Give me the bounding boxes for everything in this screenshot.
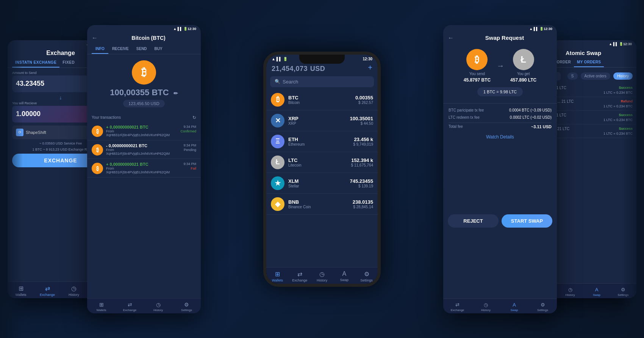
btc-tab-buy[interactable]: BUY	[151, 44, 166, 54]
btc-nav-exchange-icon: ⇄	[128, 302, 132, 308]
tx-label: Your transactions	[92, 115, 121, 119]
btc-balance: 0.00355	[355, 95, 373, 101]
swap-nav-history[interactable]: ◷ History	[472, 302, 500, 312]
swap-nav-swap[interactable]: A Swap	[500, 302, 528, 312]
btc-status-icons: ▲ ▌▌ 🔋	[173, 27, 188, 31]
edit-icon[interactable]: ✏	[174, 90, 178, 96]
btc-currency: BTC	[152, 88, 169, 97]
btc-nav-history[interactable]: ◷ History	[144, 302, 172, 312]
btc-info: BTC Bitcoin	[288, 95, 355, 105]
refresh-icon[interactable]: ↻	[192, 115, 196, 120]
atomic-nav-history-icon: ◷	[568, 287, 572, 292]
watch-details-link[interactable]: Watch Details	[443, 130, 557, 143]
nav-exchange[interactable]: ⇄ Exchange	[34, 285, 61, 297]
eth-amounts: 23.456 k $ 9,749,019	[353, 137, 373, 146]
phone-nav-exchange[interactable]: ⇄ Exchange	[289, 270, 311, 282]
ltc-icon: Ł	[271, 156, 284, 169]
btc-symbol: ₿	[141, 66, 147, 79]
order-rate-2: 1 LTC = 0.234 BTC	[603, 118, 633, 122]
fee-val-0: 0.0004 BTC (~3.09 USD)	[509, 108, 552, 112]
swap-nav-swap-label: Swap	[510, 308, 518, 312]
tx-time-0: 9:34 PM	[180, 125, 196, 129]
coin-item-ltc[interactable]: Ł LTC Litecoin 152.394 k $ 11,675,764	[266, 152, 378, 173]
swap-get-amount: 457.890 LTC	[510, 77, 536, 83]
search-bar[interactable]: 🔍 Search	[270, 76, 374, 87]
btc-symbol: BTC	[288, 95, 355, 101]
order-status-1: Refund	[621, 99, 633, 103]
atomic-nav-swap[interactable]: A Swap	[583, 287, 610, 297]
order-status-3: Success	[619, 127, 633, 130]
btc-nav-settings[interactable]: ⚙ Settings	[172, 302, 201, 312]
nav-history-label: History	[69, 293, 79, 297]
btc-tab-send[interactable]: SEND	[133, 44, 151, 54]
fee-total-val: ~3.11 USD	[531, 124, 552, 129]
xlm-fullname: Stellar	[288, 184, 350, 188]
swap-ltc-symbol: Ł	[521, 54, 526, 65]
swap-rate: 1 BTC = 9.98 LTC	[477, 87, 523, 96]
atomic-tab-my-orders[interactable]: MY ORDERS	[574, 58, 604, 67]
transaction-list: ₿ + 0,00000000021 BTC From XqHt831rFj5tr…	[87, 122, 201, 298]
nav-history[interactable]: ◷ History	[61, 285, 87, 297]
fee-total-row: Total fee ~3.11 USD	[449, 123, 552, 130]
phone-nav-settings[interactable]: ⚙ Settings	[355, 270, 378, 282]
swap-nav-settings[interactable]: ⚙ Settings	[528, 302, 557, 312]
history-icon: ◷	[71, 285, 77, 292]
atomic-nav-settings-icon: ⚙	[621, 287, 625, 292]
xrp-usd: $ 44.50	[350, 121, 373, 126]
tab-instant-exchange[interactable]: INSTATN EXCHANGE	[12, 58, 59, 68]
back-button[interactable]: ←	[92, 35, 98, 41]
tab-fixed[interactable]: FIXED	[59, 58, 78, 68]
bnb-symbol: BNB	[288, 199, 353, 205]
eth-fullname: Ethereum	[288, 142, 353, 146]
bnb-balance: 238.0135	[353, 199, 373, 205]
btc-tab-receive[interactable]: RECEIVE	[108, 44, 133, 54]
btc-nav-exchange[interactable]: ⇄ Exchange	[116, 302, 144, 312]
atomic-nav-history[interactable]: ◷ History	[557, 287, 583, 297]
swap-btc-icon: ₿	[466, 49, 488, 70]
swap-send-amount: 45.8797 BTC	[464, 77, 491, 83]
tx-amount-2: + 0,00000000021 BTC	[106, 162, 180, 167]
phone-swap-icon: A	[342, 270, 346, 277]
nav-wallets-label: Wallets	[15, 293, 26, 297]
swap-nav-settings-icon: ⚙	[541, 302, 545, 308]
coin-item-bnb[interactable]: ◆ BNB Binance Coin 238.0135 $ 28,845.14	[266, 194, 378, 215]
phone-wallets-label: Wallets	[272, 278, 283, 282]
atomic-nav-settings[interactable]: ⚙ Settings	[610, 287, 636, 297]
coin-item-eth[interactable]: Ξ ETH Ethereum 23.456 k $ 9,749,019	[266, 131, 378, 152]
btc-tab-info[interactable]: INFO	[92, 44, 108, 54]
search-placeholder: Search	[283, 79, 298, 85]
btc-nav-settings-label: Settings	[181, 308, 192, 312]
filter-all-btn[interactable]: S	[567, 72, 578, 80]
filter-active-orders-btn[interactable]: Active orders	[581, 72, 610, 80]
swap-nav-exchange-label: Exchange	[451, 308, 464, 312]
bnb-icon: ◆	[271, 197, 284, 211]
bitcoin-detail-screen: ▲ ▌▌ 🔋 12:30 ← Bitcoin (BTC) INFO RECEIV…	[87, 25, 201, 313]
filter-history-btn[interactable]: History	[613, 72, 633, 80]
ltc-info: LTC Litecoin	[288, 157, 351, 167]
atomic-nav-swap-icon: A	[595, 287, 599, 292]
coin-list: ₿ BTC Bitcoin 0.00355 $ 262.57 ✕	[266, 90, 378, 267]
nav-wallets[interactable]: ⊞ Wallets	[8, 285, 34, 297]
add-coin-button[interactable]: +	[368, 63, 372, 72]
btc-nav-wallets-icon: ⊞	[99, 302, 104, 308]
btc-nav-wallets[interactable]: ⊞ Wallets	[87, 302, 116, 312]
atomic-status-icons: ▲ ▌▌ 🔋	[609, 42, 623, 46]
btc-nav-history-label: History	[153, 308, 163, 312]
swap-nav-exchange[interactable]: ⇄ Exchange	[443, 302, 472, 312]
coin-item-btc[interactable]: ₿ BTC Bitcoin 0.00355 $ 262.57	[266, 90, 378, 110]
phone-nav-wallets[interactable]: ⊞ Wallets	[266, 270, 289, 282]
phone-nav-history[interactable]: ◷ History	[311, 270, 333, 282]
coin-item-xrp[interactable]: ✕ XRP XRP 100.35001 $ 44.50	[266, 110, 378, 131]
swap-send-coin: ₿ You send 45.8797 BTC	[464, 49, 491, 83]
reject-button[interactable]: REJECT	[448, 214, 499, 228]
coin-item-xlm[interactable]: ★ XLM Stellar 745.23455 $ 139.19	[266, 173, 378, 194]
phone-nav-swap[interactable]: A Swap	[333, 270, 355, 282]
swap-back-button[interactable]: ←	[448, 35, 454, 41]
phone-bottom-nav: ⊞ Wallets ⇄ Exchange ◷ History A Swap	[266, 267, 378, 284]
wallet-screen: ▲ ▌▌ 🔋 12:30 21,454,073 USD + 🔍 Search ₿	[266, 55, 378, 284]
swap-action-buttons: REJECT START SWAP	[443, 211, 557, 231]
phone-exchange-label: Exchange	[292, 278, 307, 282]
phone-screen: ▲ ▌▌ 🔋 12:30 21,454,073 USD + 🔍 Search ₿	[266, 55, 378, 284]
tx-status-0: Confirmed	[180, 129, 196, 133]
start-swap-button[interactable]: START SWAP	[502, 214, 552, 228]
